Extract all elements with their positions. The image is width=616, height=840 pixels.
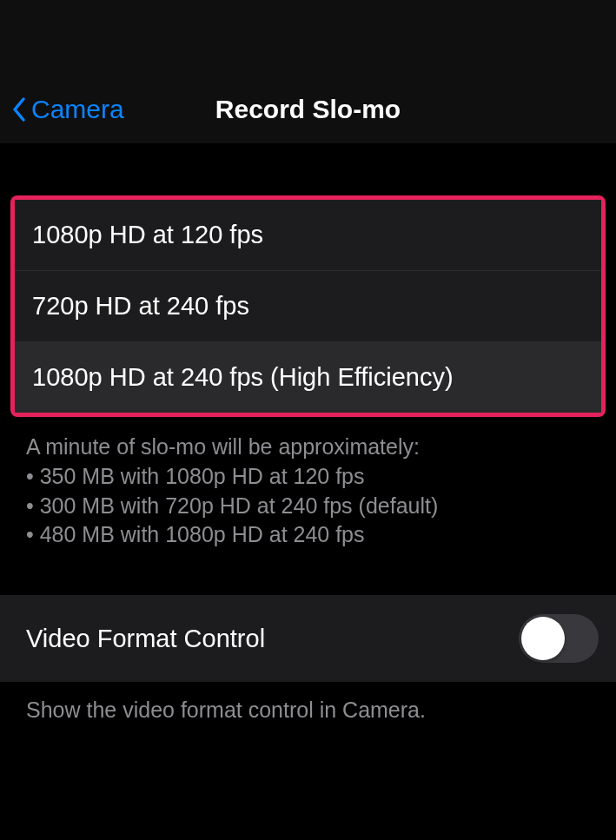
navigation-bar: Camera Record Slo-mo [0,0,616,143]
back-button[interactable]: Camera [10,95,124,124]
footer-line-2: • 300 MB with 720p HD at 240 fps (defaul… [26,492,590,521]
option-1080p-240fps-he[interactable]: 1080p HD at 240 fps (High Efficiency) [15,342,601,413]
video-format-control-toggle[interactable] [519,614,599,663]
slo-mo-options-group: 1080p HD at 120 fps 720p HD at 240 fps 1… [10,195,606,417]
video-format-section: Video Format Control [0,595,616,682]
video-format-control-row[interactable]: Video Format Control [0,595,616,682]
footer-line-3: • 480 MB with 1080p HD at 240 fps [26,520,590,550]
back-label: Camera [31,95,124,124]
toggle-knob [521,617,565,660]
video-format-control-label: Video Format Control [26,625,265,653]
footer-intro: A minute of slo-mo will be approximately… [26,433,590,462]
chevron-left-icon [10,96,28,123]
footer-line-1: • 350 MB with 1080p HD at 120 fps [26,462,590,492]
option-1080p-120fps[interactable]: 1080p HD at 120 fps [15,200,601,271]
video-format-footer: Show the video format control in Camera. [0,682,616,723]
options-footer: A minute of slo-mo will be approximately… [0,417,616,550]
option-720p-240fps[interactable]: 720p HD at 240 fps [15,271,601,342]
